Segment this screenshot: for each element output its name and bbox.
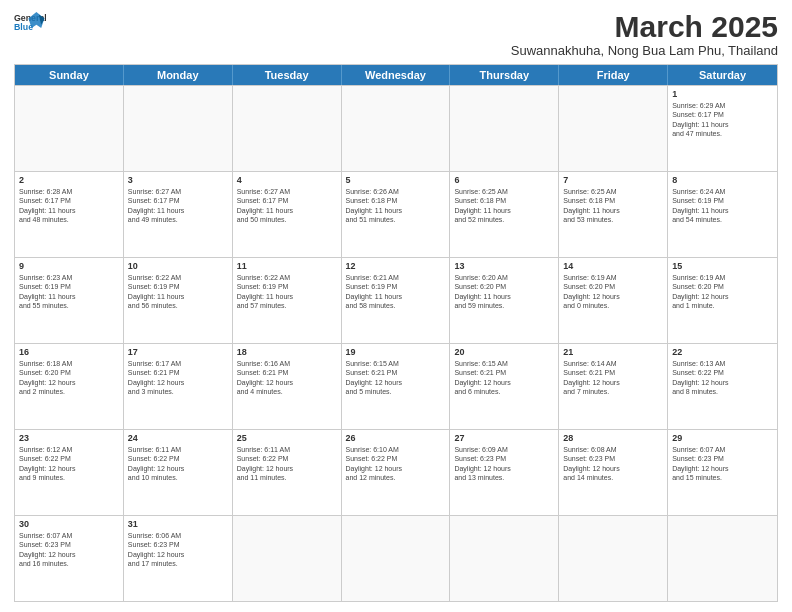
day-number: 6 bbox=[454, 175, 554, 185]
title-block: March 2025 Suwannakhuha, Nong Bua Lam Ph… bbox=[511, 10, 778, 58]
calendar-day-16: 16Sunrise: 6:18 AM Sunset: 6:20 PM Dayli… bbox=[15, 344, 124, 429]
day-info: Sunrise: 6:17 AM Sunset: 6:21 PM Dayligh… bbox=[128, 359, 228, 397]
day-info: Sunrise: 6:19 AM Sunset: 6:20 PM Dayligh… bbox=[672, 273, 773, 311]
day-number: 21 bbox=[563, 347, 663, 357]
calendar-day-1: 1Sunrise: 6:29 AM Sunset: 6:17 PM Daylig… bbox=[668, 86, 777, 171]
calendar-day-3: 3Sunrise: 6:27 AM Sunset: 6:17 PM Daylig… bbox=[124, 172, 233, 257]
calendar-day-18: 18Sunrise: 6:16 AM Sunset: 6:21 PM Dayli… bbox=[233, 344, 342, 429]
day-info: Sunrise: 6:29 AM Sunset: 6:17 PM Dayligh… bbox=[672, 101, 773, 139]
day-number: 18 bbox=[237, 347, 337, 357]
day-info: Sunrise: 6:18 AM Sunset: 6:20 PM Dayligh… bbox=[19, 359, 119, 397]
day-info: Sunrise: 6:07 AM Sunset: 6:23 PM Dayligh… bbox=[672, 445, 773, 483]
day-info: Sunrise: 6:16 AM Sunset: 6:21 PM Dayligh… bbox=[237, 359, 337, 397]
calendar-day-24: 24Sunrise: 6:11 AM Sunset: 6:22 PM Dayli… bbox=[124, 430, 233, 515]
calendar-day-26: 26Sunrise: 6:10 AM Sunset: 6:22 PM Dayli… bbox=[342, 430, 451, 515]
day-number: 13 bbox=[454, 261, 554, 271]
day-number: 25 bbox=[237, 433, 337, 443]
day-number: 20 bbox=[454, 347, 554, 357]
calendar-header: SundayMondayTuesdayWednesdayThursdayFrid… bbox=[15, 65, 777, 85]
day-number: 27 bbox=[454, 433, 554, 443]
day-info: Sunrise: 6:07 AM Sunset: 6:23 PM Dayligh… bbox=[19, 531, 119, 569]
day-info: Sunrise: 6:22 AM Sunset: 6:19 PM Dayligh… bbox=[237, 273, 337, 311]
header-day-wednesday: Wednesday bbox=[342, 65, 451, 85]
header-day-tuesday: Tuesday bbox=[233, 65, 342, 85]
day-info: Sunrise: 6:26 AM Sunset: 6:18 PM Dayligh… bbox=[346, 187, 446, 225]
day-number: 26 bbox=[346, 433, 446, 443]
day-number: 28 bbox=[563, 433, 663, 443]
calendar-day-21: 21Sunrise: 6:14 AM Sunset: 6:21 PM Dayli… bbox=[559, 344, 668, 429]
day-info: Sunrise: 6:08 AM Sunset: 6:23 PM Dayligh… bbox=[563, 445, 663, 483]
day-number: 30 bbox=[19, 519, 119, 529]
calendar-row-3: 9Sunrise: 6:23 AM Sunset: 6:19 PM Daylig… bbox=[15, 257, 777, 343]
calendar-day-13: 13Sunrise: 6:20 AM Sunset: 6:20 PM Dayli… bbox=[450, 258, 559, 343]
day-number: 7 bbox=[563, 175, 663, 185]
calendar-day-30: 30Sunrise: 6:07 AM Sunset: 6:23 PM Dayli… bbox=[15, 516, 124, 601]
header-day-monday: Monday bbox=[124, 65, 233, 85]
calendar-day-25: 25Sunrise: 6:11 AM Sunset: 6:22 PM Dayli… bbox=[233, 430, 342, 515]
calendar-day-empty bbox=[450, 516, 559, 601]
calendar-day-empty bbox=[15, 86, 124, 171]
calendar-day-empty bbox=[668, 516, 777, 601]
location: Suwannakhuha, Nong Bua Lam Phu, Thailand bbox=[511, 43, 778, 58]
logo: General Blue bbox=[14, 10, 46, 38]
calendar-day-5: 5Sunrise: 6:26 AM Sunset: 6:18 PM Daylig… bbox=[342, 172, 451, 257]
calendar-day-19: 19Sunrise: 6:15 AM Sunset: 6:21 PM Dayli… bbox=[342, 344, 451, 429]
day-number: 23 bbox=[19, 433, 119, 443]
day-number: 17 bbox=[128, 347, 228, 357]
day-number: 11 bbox=[237, 261, 337, 271]
day-number: 12 bbox=[346, 261, 446, 271]
day-info: Sunrise: 6:23 AM Sunset: 6:19 PM Dayligh… bbox=[19, 273, 119, 311]
calendar-day-11: 11Sunrise: 6:22 AM Sunset: 6:19 PM Dayli… bbox=[233, 258, 342, 343]
calendar-row-6: 30Sunrise: 6:07 AM Sunset: 6:23 PM Dayli… bbox=[15, 515, 777, 601]
day-number: 1 bbox=[672, 89, 773, 99]
day-info: Sunrise: 6:19 AM Sunset: 6:20 PM Dayligh… bbox=[563, 273, 663, 311]
header-day-friday: Friday bbox=[559, 65, 668, 85]
day-number: 14 bbox=[563, 261, 663, 271]
calendar-day-empty bbox=[559, 86, 668, 171]
calendar-day-empty bbox=[124, 86, 233, 171]
day-info: Sunrise: 6:11 AM Sunset: 6:22 PM Dayligh… bbox=[237, 445, 337, 483]
calendar-body: 1Sunrise: 6:29 AM Sunset: 6:17 PM Daylig… bbox=[15, 85, 777, 601]
day-number: 24 bbox=[128, 433, 228, 443]
day-info: Sunrise: 6:20 AM Sunset: 6:20 PM Dayligh… bbox=[454, 273, 554, 311]
day-number: 4 bbox=[237, 175, 337, 185]
day-info: Sunrise: 6:25 AM Sunset: 6:18 PM Dayligh… bbox=[454, 187, 554, 225]
calendar-day-4: 4Sunrise: 6:27 AM Sunset: 6:17 PM Daylig… bbox=[233, 172, 342, 257]
header-day-sunday: Sunday bbox=[15, 65, 124, 85]
day-info: Sunrise: 6:10 AM Sunset: 6:22 PM Dayligh… bbox=[346, 445, 446, 483]
calendar-day-empty bbox=[559, 516, 668, 601]
day-number: 29 bbox=[672, 433, 773, 443]
day-info: Sunrise: 6:15 AM Sunset: 6:21 PM Dayligh… bbox=[346, 359, 446, 397]
day-info: Sunrise: 6:27 AM Sunset: 6:17 PM Dayligh… bbox=[237, 187, 337, 225]
calendar-day-20: 20Sunrise: 6:15 AM Sunset: 6:21 PM Dayli… bbox=[450, 344, 559, 429]
calendar-day-15: 15Sunrise: 6:19 AM Sunset: 6:20 PM Dayli… bbox=[668, 258, 777, 343]
day-number: 2 bbox=[19, 175, 119, 185]
calendar-day-28: 28Sunrise: 6:08 AM Sunset: 6:23 PM Dayli… bbox=[559, 430, 668, 515]
calendar-day-23: 23Sunrise: 6:12 AM Sunset: 6:22 PM Dayli… bbox=[15, 430, 124, 515]
day-number: 8 bbox=[672, 175, 773, 185]
calendar-day-2: 2Sunrise: 6:28 AM Sunset: 6:17 PM Daylig… bbox=[15, 172, 124, 257]
day-info: Sunrise: 6:14 AM Sunset: 6:21 PM Dayligh… bbox=[563, 359, 663, 397]
day-info: Sunrise: 6:27 AM Sunset: 6:17 PM Dayligh… bbox=[128, 187, 228, 225]
day-info: Sunrise: 6:25 AM Sunset: 6:18 PM Dayligh… bbox=[563, 187, 663, 225]
calendar-day-10: 10Sunrise: 6:22 AM Sunset: 6:19 PM Dayli… bbox=[124, 258, 233, 343]
calendar-row-1: 1Sunrise: 6:29 AM Sunset: 6:17 PM Daylig… bbox=[15, 85, 777, 171]
calendar-day-8: 8Sunrise: 6:24 AM Sunset: 6:19 PM Daylig… bbox=[668, 172, 777, 257]
day-number: 16 bbox=[19, 347, 119, 357]
month-title: March 2025 bbox=[511, 10, 778, 43]
day-number: 3 bbox=[128, 175, 228, 185]
calendar-day-31: 31Sunrise: 6:06 AM Sunset: 6:23 PM Dayli… bbox=[124, 516, 233, 601]
calendar-day-empty bbox=[342, 86, 451, 171]
calendar-day-27: 27Sunrise: 6:09 AM Sunset: 6:23 PM Dayli… bbox=[450, 430, 559, 515]
day-info: Sunrise: 6:28 AM Sunset: 6:17 PM Dayligh… bbox=[19, 187, 119, 225]
day-number: 9 bbox=[19, 261, 119, 271]
calendar: SundayMondayTuesdayWednesdayThursdayFrid… bbox=[14, 64, 778, 602]
calendar-day-12: 12Sunrise: 6:21 AM Sunset: 6:19 PM Dayli… bbox=[342, 258, 451, 343]
day-number: 5 bbox=[346, 175, 446, 185]
day-number: 10 bbox=[128, 261, 228, 271]
calendar-row-2: 2Sunrise: 6:28 AM Sunset: 6:17 PM Daylig… bbox=[15, 171, 777, 257]
calendar-day-29: 29Sunrise: 6:07 AM Sunset: 6:23 PM Dayli… bbox=[668, 430, 777, 515]
calendar-day-17: 17Sunrise: 6:17 AM Sunset: 6:21 PM Dayli… bbox=[124, 344, 233, 429]
day-info: Sunrise: 6:12 AM Sunset: 6:22 PM Dayligh… bbox=[19, 445, 119, 483]
calendar-day-empty bbox=[233, 516, 342, 601]
